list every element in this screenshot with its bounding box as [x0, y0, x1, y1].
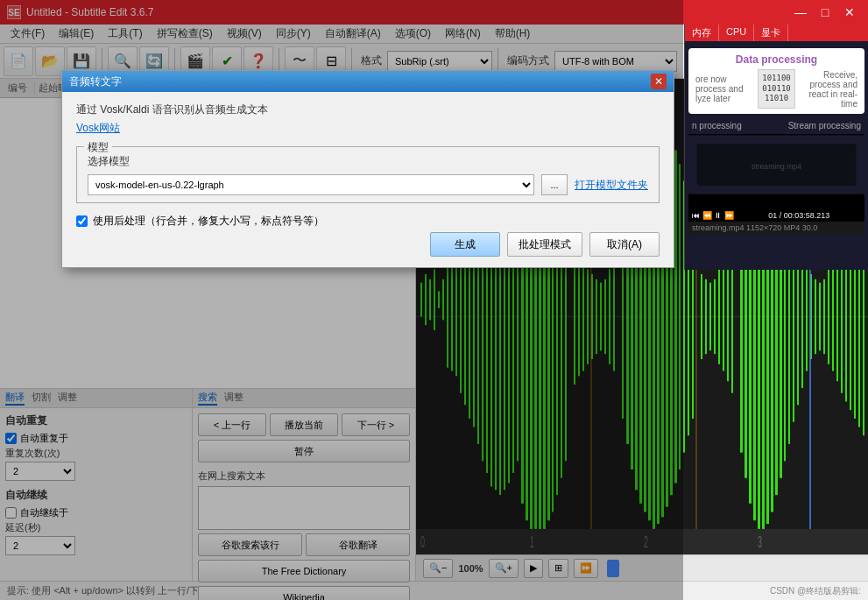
- svg-rect-73: [727, 252, 729, 381]
- stream-right: Stream processing: [788, 121, 861, 131]
- close-button[interactable]: ✕: [838, 4, 861, 20]
- svg-text:streaming.mp4: streaming.mp4: [752, 162, 801, 171]
- stream-proc-section: n processing Stream processing: [688, 117, 864, 134]
- stream-left: n processing: [692, 121, 742, 131]
- model-browse-button[interactable]: ...: [541, 174, 568, 195]
- svg-rect-67: [701, 274, 702, 359]
- svg-rect-94: [823, 279, 825, 354]
- maximize-button[interactable]: □: [814, 4, 836, 20]
- data-processing-box: Data processing ore now process and lyze…: [688, 48, 864, 114]
- cancel-button[interactable]: 取消(A): [589, 232, 660, 257]
- svg-rect-71: [718, 269, 720, 364]
- svg-rect-97: [836, 252, 838, 381]
- dialog-description: 通过 Vosk/Kaldi 语音识别从音频生成文本: [76, 102, 660, 117]
- monitor-tab-cpu[interactable]: CPU: [719, 25, 754, 41]
- video-info: streaming.mp4 1152×720 MP4 30.0: [688, 222, 864, 234]
- post-process-checkbox[interactable]: [76, 215, 88, 227]
- svg-rect-95: [828, 269, 829, 364]
- generate-button[interactable]: 生成: [430, 232, 500, 257]
- dialog-title-bar: 音频转文字 ✕: [62, 71, 674, 92]
- video-time: 01 / 00:03:58.213: [737, 211, 861, 220]
- dialog-body: 通过 Vosk/Kaldi 语音识别从音频生成文本 Vosk网站 模型 选择模型…: [62, 92, 674, 267]
- video-controls-bar: ⏮ ⏪ ⏸ ⏩ 01 / 00:03:58.213: [688, 209, 864, 222]
- post-process-label: 使用后处理（行合并，修复大小写，标点符号等）: [93, 214, 324, 229]
- dialog-buttons: 生成 批处理模式 取消(A): [76, 229, 660, 257]
- svg-rect-90: [806, 262, 808, 371]
- binary-icon: 10110001011011⁠010: [758, 69, 795, 109]
- data-proc-middle: process and lyze later: [695, 84, 752, 103]
- right-monitor-panel: 内存 CPU 显卡 Data processing ore now proces…: [684, 25, 868, 270]
- monitor-tab-gpu[interactable]: 显卡: [754, 25, 788, 41]
- svg-rect-93: [819, 283, 821, 351]
- watermark: CSDN @终结版易剪辑:: [770, 585, 861, 597]
- monitor-tab-memory[interactable]: 内存: [685, 25, 719, 41]
- data-proc-title: Data processing: [695, 53, 857, 66]
- dialog-close-button[interactable]: ✕: [651, 74, 667, 89]
- audio-to-text-dialog: 音频转文字 ✕ 通过 Vosk/Kaldi 语音识别从音频生成文本 Vosk网站…: [61, 70, 674, 268]
- svg-rect-96: [832, 262, 834, 371]
- svg-rect-92: [815, 279, 816, 354]
- model-section-title: 模型: [84, 140, 112, 155]
- model-label: 选择模型: [88, 154, 648, 169]
- model-section: 模型 选择模型 vosk-model-en-us-0.22-lgraph ...…: [76, 146, 660, 203]
- video-preview: streaming.mp4 ⏮ ⏪ ⏸ ⏩ 01 / 00:03:58.213: [688, 134, 864, 222]
- monitor-content: Data processing ore now process and lyze…: [685, 41, 868, 237]
- model-row: vosk-model-en-us-0.22-lgraph ... 打开模型文件夹: [88, 174, 648, 195]
- minimize-button[interactable]: —: [789, 4, 812, 20]
- monitor-tabs[interactable]: 内存 CPU 显卡: [685, 25, 868, 41]
- video-controls-icons: ⏮ ⏪ ⏸ ⏩: [692, 211, 734, 220]
- dialog-title: 音频转文字: [69, 74, 122, 89]
- open-model-folder-link[interactable]: 打开模型文件夹: [575, 178, 648, 193]
- video-thumbnail: streaming.mp4: [688, 134, 864, 195]
- post-process-row: 使用后处理（行合并，修复大小写，标点符号等）: [76, 214, 660, 229]
- model-select[interactable]: vosk-model-en-us-0.22-lgraph: [88, 174, 534, 195]
- svg-rect-68: [705, 279, 707, 354]
- data-proc-left: ore now: [695, 74, 752, 84]
- svg-rect-72: [723, 262, 724, 371]
- batch-mode-button[interactable]: 批处理模式: [507, 232, 582, 257]
- svg-text:3: 3: [758, 533, 762, 551]
- data-proc-right: Receive, process and react in real-time: [801, 70, 857, 109]
- svg-rect-69: [709, 283, 711, 351]
- svg-rect-70: [714, 279, 716, 354]
- vosk-link[interactable]: Vosk网站: [76, 121, 660, 136]
